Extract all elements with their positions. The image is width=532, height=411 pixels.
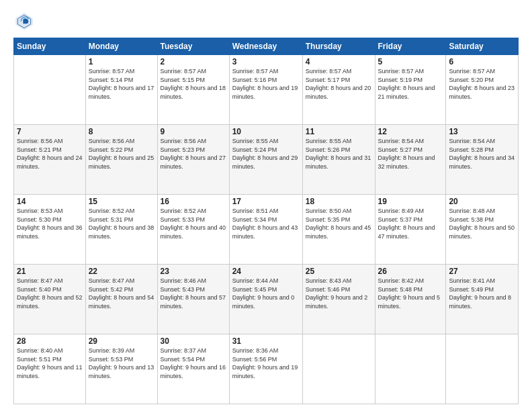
day-number: 2 [161, 57, 226, 66]
week-row-4: 21Sunrise: 8:47 AMSunset: 5:40 PMDayligh… [14, 265, 519, 334]
calendar-cell: 30Sunrise: 8:37 AMSunset: 5:54 PMDayligh… [157, 334, 229, 404]
day-info: Sunrise: 8:50 AMSunset: 5:35 PMDaylight:… [306, 207, 372, 240]
day-number: 24 [232, 267, 300, 276]
calendar-cell: 20Sunrise: 8:48 AMSunset: 5:38 PMDayligh… [446, 195, 519, 265]
day-number: 22 [89, 267, 154, 276]
day-info: Sunrise: 8:48 AMSunset: 5:38 PMDaylight:… [449, 207, 515, 240]
calendar-cell: 26Sunrise: 8:42 AMSunset: 5:48 PMDayligh… [375, 265, 446, 334]
day-number: 29 [89, 336, 154, 346]
day-info: Sunrise: 8:42 AMSunset: 5:48 PMDaylight:… [378, 277, 443, 310]
day-info: Sunrise: 8:56 AMSunset: 5:22 PMDaylight:… [89, 137, 154, 171]
calendar-cell: 19Sunrise: 8:49 AMSunset: 5:37 PMDayligh… [375, 195, 446, 265]
day-info: Sunrise: 8:56 AMSunset: 5:23 PMDaylight:… [161, 137, 226, 171]
day-info: Sunrise: 8:55 AMSunset: 5:26 PMDaylight:… [306, 137, 372, 171]
day-number: 5 [378, 57, 443, 66]
day-number: 31 [232, 336, 300, 346]
day-number: 19 [378, 197, 443, 206]
logo [13, 11, 38, 32]
calendar-cell: 31Sunrise: 8:36 AMSunset: 5:56 PMDayligh… [229, 334, 302, 404]
calendar-cell: 6Sunrise: 8:57 AMSunset: 5:20 PMDaylight… [446, 55, 519, 125]
calendar-cell: 18Sunrise: 8:50 AMSunset: 5:35 PMDayligh… [302, 195, 375, 265]
day-info: Sunrise: 8:57 AMSunset: 5:14 PMDaylight:… [89, 67, 154, 101]
col-header-wednesday: Wednesday [229, 38, 302, 55]
col-header-saturday: Saturday [446, 38, 519, 55]
calendar-cell: 16Sunrise: 8:52 AMSunset: 5:33 PMDayligh… [157, 195, 229, 265]
col-header-friday: Friday [375, 38, 446, 55]
calendar-cell: 14Sunrise: 8:53 AMSunset: 5:30 PMDayligh… [14, 195, 86, 265]
day-number: 28 [17, 336, 83, 346]
day-number: 10 [232, 127, 300, 136]
day-number: 4 [306, 57, 372, 66]
day-number: 16 [161, 197, 226, 206]
day-info: Sunrise: 8:57 AMSunset: 5:15 PMDaylight:… [161, 67, 226, 101]
calendar-cell [14, 55, 86, 125]
day-info: Sunrise: 8:57 AMSunset: 5:20 PMDaylight:… [449, 67, 515, 101]
day-info: Sunrise: 8:37 AMSunset: 5:54 PMDaylight:… [161, 347, 226, 380]
calendar-cell: 5Sunrise: 8:57 AMSunset: 5:19 PMDaylight… [375, 55, 446, 125]
day-number: 30 [161, 336, 226, 346]
day-info: Sunrise: 8:52 AMSunset: 5:31 PMDaylight:… [89, 207, 154, 240]
calendar-cell: 10Sunrise: 8:55 AMSunset: 5:24 PMDayligh… [229, 125, 302, 195]
day-number: 6 [449, 57, 515, 66]
calendar-cell: 24Sunrise: 8:44 AMSunset: 5:45 PMDayligh… [229, 265, 302, 334]
calendar-header-row: SundayMondayTuesdayWednesdayThursdayFrid… [14, 38, 519, 55]
day-number: 25 [306, 267, 372, 276]
calendar-cell: 11Sunrise: 8:55 AMSunset: 5:26 PMDayligh… [302, 125, 375, 195]
calendar-cell: 27Sunrise: 8:41 AMSunset: 5:49 PMDayligh… [446, 265, 519, 334]
day-info: Sunrise: 8:43 AMSunset: 5:46 PMDaylight:… [306, 277, 372, 310]
calendar-cell [302, 334, 375, 404]
calendar-cell: 1Sunrise: 8:57 AMSunset: 5:14 PMDaylight… [85, 55, 157, 125]
calendar-cell: 3Sunrise: 8:57 AMSunset: 5:16 PMDaylight… [229, 55, 302, 125]
day-number: 21 [17, 267, 83, 276]
day-info: Sunrise: 8:54 AMSunset: 5:28 PMDaylight:… [449, 137, 515, 171]
day-info: Sunrise: 8:51 AMSunset: 5:34 PMDaylight:… [232, 207, 300, 240]
week-row-3: 14Sunrise: 8:53 AMSunset: 5:30 PMDayligh… [14, 195, 519, 265]
calendar-cell: 13Sunrise: 8:54 AMSunset: 5:28 PMDayligh… [446, 125, 519, 195]
calendar-cell: 4Sunrise: 8:57 AMSunset: 5:17 PMDaylight… [302, 55, 375, 125]
header [13, 11, 519, 32]
day-info: Sunrise: 8:47 AMSunset: 5:40 PMDaylight:… [17, 277, 83, 310]
week-row-5: 28Sunrise: 8:40 AMSunset: 5:51 PMDayligh… [14, 334, 519, 404]
page: SundayMondayTuesdayWednesdayThursdayFrid… [0, 0, 532, 411]
calendar-cell [375, 334, 446, 404]
day-info: Sunrise: 8:47 AMSunset: 5:42 PMDaylight:… [89, 277, 154, 310]
day-info: Sunrise: 8:54 AMSunset: 5:27 PMDaylight:… [378, 137, 443, 171]
day-number: 23 [161, 267, 226, 276]
day-info: Sunrise: 8:53 AMSunset: 5:30 PMDaylight:… [17, 207, 83, 240]
day-number: 1 [89, 57, 154, 66]
calendar-cell: 29Sunrise: 8:39 AMSunset: 5:53 PMDayligh… [85, 334, 157, 404]
day-info: Sunrise: 8:56 AMSunset: 5:21 PMDaylight:… [17, 137, 83, 171]
calendar-cell: 12Sunrise: 8:54 AMSunset: 5:27 PMDayligh… [375, 125, 446, 195]
calendar-cell: 2Sunrise: 8:57 AMSunset: 5:15 PMDaylight… [157, 55, 229, 125]
day-info: Sunrise: 8:41 AMSunset: 5:49 PMDaylight:… [449, 277, 515, 310]
logo-icon [13, 11, 35, 32]
week-row-2: 7Sunrise: 8:56 AMSunset: 5:21 PMDaylight… [14, 125, 519, 195]
day-number: 9 [161, 127, 226, 136]
day-info: Sunrise: 8:52 AMSunset: 5:33 PMDaylight:… [161, 207, 226, 240]
week-row-1: 1Sunrise: 8:57 AMSunset: 5:14 PMDaylight… [14, 55, 519, 125]
col-header-tuesday: Tuesday [157, 38, 229, 55]
col-header-monday: Monday [85, 38, 157, 55]
day-number: 15 [89, 197, 154, 206]
day-number: 18 [306, 197, 372, 206]
calendar-cell: 28Sunrise: 8:40 AMSunset: 5:51 PMDayligh… [14, 334, 86, 404]
day-number: 27 [449, 267, 515, 276]
calendar-cell [446, 334, 519, 404]
calendar-cell: 21Sunrise: 8:47 AMSunset: 5:40 PMDayligh… [14, 265, 86, 334]
calendar-cell: 7Sunrise: 8:56 AMSunset: 5:21 PMDaylight… [14, 125, 86, 195]
day-number: 3 [232, 57, 300, 66]
day-number: 8 [89, 127, 154, 136]
day-info: Sunrise: 8:44 AMSunset: 5:45 PMDaylight:… [232, 277, 300, 310]
day-number: 7 [17, 127, 83, 136]
day-info: Sunrise: 8:40 AMSunset: 5:51 PMDaylight:… [17, 347, 83, 380]
col-header-thursday: Thursday [302, 38, 375, 55]
day-info: Sunrise: 8:57 AMSunset: 5:17 PMDaylight:… [306, 67, 372, 101]
day-number: 20 [449, 197, 515, 206]
calendar-cell: 8Sunrise: 8:56 AMSunset: 5:22 PMDaylight… [85, 125, 157, 195]
day-number: 26 [378, 267, 443, 276]
calendar-table: SundayMondayTuesdayWednesdayThursdayFrid… [13, 38, 519, 404]
calendar-cell: 25Sunrise: 8:43 AMSunset: 5:46 PMDayligh… [302, 265, 375, 334]
day-number: 12 [378, 127, 443, 136]
calendar-cell: 23Sunrise: 8:46 AMSunset: 5:43 PMDayligh… [157, 265, 229, 334]
day-info: Sunrise: 8:36 AMSunset: 5:56 PMDaylight:… [232, 347, 300, 380]
